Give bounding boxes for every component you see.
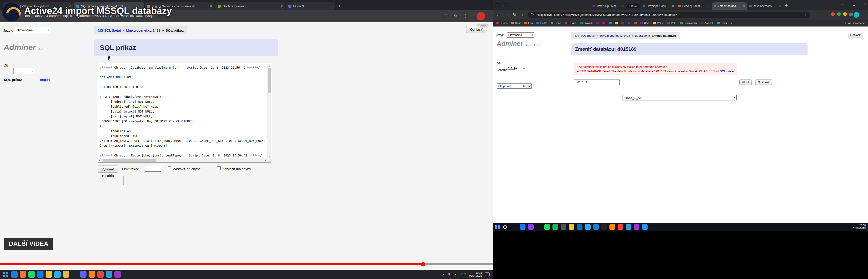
taskbar-icon-chrome[interactable] bbox=[618, 224, 623, 230]
breadcrumb-system-link[interactable]: MS SQL (beta) bbox=[575, 34, 595, 37]
browser-tab[interactable]: developerboss... × bbox=[748, 2, 782, 10]
taskbar-icon-obs-studio[interactable] bbox=[71, 271, 78, 278]
breadcrumb-db-link[interactable]: d015189 bbox=[635, 34, 647, 37]
taskbar-icon-telegram[interactable] bbox=[585, 224, 591, 230]
taskbar-icon-edge[interactable] bbox=[593, 224, 599, 230]
limit-rows-input[interactable] bbox=[145, 166, 161, 172]
browser-menu-icon[interactable]: ⋮ bbox=[463, 13, 467, 19]
tab-group-chip[interactable]: DBoss bbox=[627, 4, 639, 8]
forward-icon[interactable]: → bbox=[504, 12, 508, 17]
sidebar-item-import[interactable]: Import bbox=[40, 78, 50, 82]
taskbar-icon-phpstorm[interactable] bbox=[634, 224, 640, 230]
notification-center-icon[interactable] bbox=[485, 273, 490, 276]
tab-close-icon[interactable]: × bbox=[743, 4, 745, 8]
tab-close-icon[interactable]: × bbox=[210, 4, 212, 8]
tab-close-icon[interactable]: × bbox=[779, 4, 781, 8]
tab-close-icon[interactable]: × bbox=[622, 4, 624, 8]
collation-select[interactable]: Slovak_CI_AS ▾ bbox=[622, 95, 737, 100]
bookmark-item[interactable]: Polo bbox=[667, 22, 676, 24]
browser-tab[interactable]: Modul 9 × bbox=[286, 2, 335, 10]
taskbar-icon-obs-studio[interactable] bbox=[601, 224, 607, 230]
browser-tab[interactable]: Server | Zákaz... × bbox=[676, 2, 711, 10]
taskbar-icon-discord[interactable] bbox=[80, 271, 87, 278]
browser-tab-active[interactable]: Zmeniť databá... × bbox=[712, 2, 747, 10]
scrollbar-thumb[interactable] bbox=[268, 68, 271, 93]
bookmark-favicon-only[interactable] bbox=[634, 22, 637, 24]
breadcrumb-server-link[interactable]: olive.globenet.cz:1433 bbox=[600, 34, 630, 37]
taskbar-icon-spotify[interactable] bbox=[553, 224, 558, 230]
bookmark-favicon-only[interactable] bbox=[621, 22, 624, 24]
bookmark-star-icon[interactable]: ☆ bbox=[454, 13, 458, 19]
window-minimize-icon[interactable] bbox=[841, 4, 844, 4]
taskbar-icon-vscode[interactable] bbox=[106, 271, 112, 278]
bookmark-favicon-only[interactable] bbox=[602, 22, 605, 24]
bookmark-item[interactable]: Hunt bbox=[511, 22, 521, 24]
sidebar-item-sql-command[interactable]: SQL príkaz bbox=[4, 78, 22, 82]
taskbar-icon-chrome[interactable] bbox=[97, 271, 104, 278]
scroll-up-icon[interactable]: ▲ bbox=[268, 65, 270, 67]
extension-icon[interactable] bbox=[831, 12, 835, 16]
bookmark-item[interactable]: Spolujazda bbox=[680, 22, 697, 24]
breadcrumb-server-link[interactable]: blue.globenet.cz:1433 bbox=[126, 28, 160, 32]
video-scrubber[interactable] bbox=[421, 262, 425, 267]
taskbar-icon-file-explorer[interactable] bbox=[45, 271, 52, 278]
taskbar-icon-file-explorer[interactable] bbox=[569, 224, 574, 230]
extension-icon[interactable] bbox=[837, 12, 841, 16]
window-close-icon[interactable]: × bbox=[864, 2, 866, 6]
vertical-scrollbar[interactable]: ▲ ▼ bbox=[267, 64, 271, 158]
scroll-right-icon[interactable]: ► bbox=[265, 159, 267, 162]
extensions-puzzle-icon[interactable] bbox=[849, 12, 852, 16]
profile-avatar[interactable] bbox=[477, 12, 485, 21]
next-videos-overlay[interactable]: DALŠÍ VIDEA bbox=[4, 238, 53, 250]
sidebar-item-sql-command[interactable]: SQL príkaz bbox=[497, 85, 511, 88]
bookmarks-overflow-icon[interactable]: » bbox=[731, 22, 732, 24]
browser-tab[interactable]: Osobná stránka × bbox=[215, 2, 285, 10]
language-select[interactable]: Slovenčina ▾ bbox=[507, 32, 534, 38]
url-text[interactable]: mssql.active24.com/?mssql=olive.globenet… bbox=[536, 13, 802, 17]
taskbar-icon-firefox[interactable] bbox=[20, 271, 26, 278]
back-icon[interactable]: ← bbox=[496, 12, 500, 17]
reload-icon[interactable]: ↻ bbox=[513, 12, 516, 17]
taskbar-icon-phpstorm[interactable] bbox=[115, 271, 121, 278]
start-button-icon[interactable] bbox=[495, 225, 500, 229]
taskbar-clock[interactable]: 20:38 02/04/2025 bbox=[853, 224, 866, 230]
bookmark-favicon-only[interactable] bbox=[615, 22, 618, 24]
window-maximize-icon[interactable] bbox=[852, 3, 855, 6]
taskbar-icon-vscode[interactable] bbox=[626, 224, 631, 230]
new-tab-button[interactable]: + bbox=[338, 3, 341, 8]
scroll-down-icon[interactable]: ▼ bbox=[268, 155, 270, 158]
home-icon[interactable]: ⌂ bbox=[521, 12, 523, 17]
taskbar-icon-facebook[interactable] bbox=[520, 224, 526, 230]
execute-button[interactable]: Vykonať bbox=[98, 165, 118, 173]
all-bookmarks-button[interactable]: ☆ All Bookmarks bbox=[844, 21, 865, 25]
scroll-left-icon[interactable]: ◄ bbox=[99, 159, 101, 162]
app-update-link[interactable]: 5.1.0 bbox=[534, 43, 540, 46]
taskbar-icon-telegram[interactable] bbox=[54, 271, 61, 278]
taskbar-icon-downloads-folder[interactable] bbox=[63, 271, 69, 278]
tab-close-icon[interactable]: × bbox=[708, 4, 709, 8]
sql-command-link[interactable]: SQL príkaz bbox=[720, 70, 734, 73]
taskbar-icon-docker[interactable] bbox=[642, 224, 648, 230]
share-label[interactable]: Sdílet bbox=[478, 23, 488, 28]
bookmark-item[interactable]: Koofr bbox=[717, 22, 727, 24]
bookmark-item[interactable]: Včely bbox=[653, 22, 663, 24]
save-button[interactable]: Uložiť bbox=[739, 80, 752, 85]
browser-tab[interactable]: Time's Up - Mar... × bbox=[591, 2, 625, 10]
stop-on-error-checkbox[interactable] bbox=[168, 166, 172, 170]
taskbar-clock[interactable]: 20:38 02/04/2025 bbox=[469, 271, 482, 277]
bookmark-item[interactable]: Pošta bbox=[536, 22, 547, 24]
taskbar-icon-messenger[interactable] bbox=[37, 271, 43, 278]
taskbar-icon-edge[interactable] bbox=[11, 271, 18, 278]
browser-tab[interactable]: DeveloperBoss... × bbox=[641, 2, 676, 10]
bookmark-item[interactable]: Eng bbox=[524, 22, 533, 24]
profile-avatar[interactable] bbox=[854, 12, 859, 18]
taskbar-icon-whatsapp[interactable] bbox=[544, 224, 550, 230]
start-button-icon[interactable] bbox=[3, 272, 8, 277]
hidden-icons-caret[interactable]: ∧ bbox=[442, 273, 444, 276]
horizontal-scrollbar[interactable]: ◄ ► bbox=[98, 158, 267, 162]
taskbar-icon-vlc[interactable] bbox=[89, 271, 95, 278]
taskbar-icon-mail[interactable] bbox=[577, 224, 583, 230]
database-name-input[interactable] bbox=[574, 80, 620, 85]
cast-icon[interactable] bbox=[443, 14, 448, 18]
browser-menu-icon[interactable]: ⋮ bbox=[861, 12, 865, 17]
